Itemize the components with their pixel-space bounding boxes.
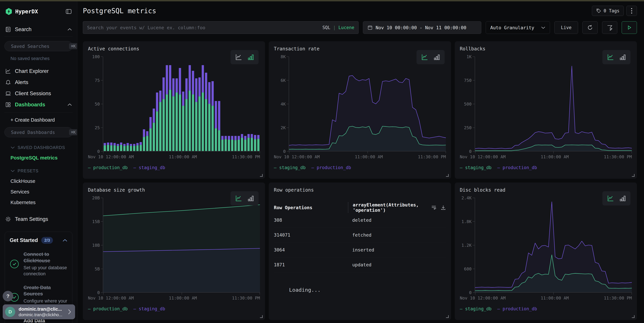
help-button[interactable]: ?	[3, 291, 13, 301]
create-dashboard-button[interactable]: + Create Dashboard	[10, 117, 73, 123]
search-section-icon	[5, 26, 11, 32]
legend-item[interactable]: — production_db	[311, 165, 351, 170]
panel-resize-handle[interactable]	[632, 315, 634, 318]
y-axis-label: 20B	[92, 196, 100, 200]
line-chart-toggle-icon[interactable]	[607, 54, 614, 61]
saved-dashboards-section-header[interactable]: SAVED DASHBOARDS	[10, 145, 73, 150]
saved-searches-field[interactable]	[11, 44, 69, 49]
sidebar-item-services[interactable]: Services	[10, 189, 73, 195]
table-column-header[interactable]: Row Operations	[274, 205, 348, 210]
table-row[interactable]: 1871updated	[274, 258, 446, 272]
panel-resize-handle[interactable]	[446, 174, 449, 177]
panel-resize-handle[interactable]	[260, 174, 263, 177]
chevron-up-icon[interactable]	[62, 239, 68, 242]
table-row[interactable]: 308deleted	[274, 213, 446, 228]
y-axis-label: 0	[97, 290, 100, 295]
event-search-input[interactable]	[87, 25, 322, 30]
chart-plot	[289, 57, 446, 151]
table-header: Row Operations arrayElement(Attributes, …	[274, 202, 446, 213]
loading-text: Loading...	[289, 287, 446, 293]
panel-disc-blocks-read: Disc blocks read 2.4K1.8K1.2K6000 Nov 10…	[455, 182, 637, 320]
legend-item[interactable]: — staging_db	[460, 165, 492, 170]
cell-value: 1871	[274, 262, 348, 267]
bar-chart-toggle-icon[interactable]	[248, 54, 254, 61]
saved-dashboards-field[interactable]	[11, 130, 69, 135]
y-axis-label: 2K	[280, 125, 286, 130]
collapse-sidebar-icon[interactable]	[65, 8, 72, 15]
sidebar-item-clickhouse[interactable]: ClickHouse	[10, 178, 73, 184]
divider	[4, 112, 73, 112]
sidebar-item-chart-explorer[interactable]: Chart Explorer	[4, 66, 73, 77]
chevron-down-icon	[10, 146, 15, 149]
sidebar-item-search[interactable]: Search	[4, 25, 73, 37]
panel-resize-handle[interactable]	[446, 315, 449, 318]
sidebar-item-dashboards[interactable]: Dashboards	[4, 99, 73, 110]
date-range-picker[interactable]: Nov 10 00:00:00 - Nov 11 00:00:00	[363, 21, 481, 34]
sidebar-item-team-settings[interactable]: Team Settings	[5, 216, 73, 222]
y-axis-label: 10B	[92, 243, 100, 248]
bar-chart-toggle-icon[interactable]	[619, 195, 626, 202]
y-axis: 2.4K1.8K1.2K6000	[460, 198, 475, 292]
sidebar-item-alerts[interactable]: Alerts	[4, 77, 73, 88]
saved-dashboards-input[interactable]: ⌘K	[4, 127, 73, 137]
granularity-select[interactable]: Auto Granularity	[486, 21, 550, 34]
sidebar-item-client-sessions[interactable]: Client Sessions	[4, 88, 73, 99]
y-axis: 20B15B10B5B0	[88, 198, 103, 292]
line-chart-toggle-icon[interactable]	[607, 195, 614, 202]
page-title: PostgreSQL metrics	[83, 7, 156, 15]
presets-section-header[interactable]: PRESETS	[10, 168, 73, 173]
hyperdx-logo-icon	[5, 8, 12, 15]
filter-edit-icon	[606, 24, 613, 30]
sidebar-item-label: Search	[15, 26, 67, 32]
chart-legend: — staging_db— production_db	[460, 165, 632, 170]
line-chart-toggle-icon[interactable]	[235, 195, 242, 202]
sidebar-item-label: Chart Explorer	[15, 68, 72, 74]
legend-item[interactable]: — production_db	[498, 165, 537, 170]
chart-explorer-icon	[5, 68, 11, 74]
sidebar-item-postgresql-metrics[interactable]: PostgreSQL metrics	[10, 155, 73, 161]
y-axis-label: 2.4K	[461, 196, 472, 200]
table-row[interactable]: 314071fetched	[274, 228, 446, 242]
saved-searches-input[interactable]: ⌘K	[4, 41, 73, 51]
line-chart-toggle-icon[interactable]	[421, 54, 428, 61]
window-top-strip	[0, 0, 644, 1]
avatar: D	[5, 307, 15, 317]
chart-type-toggle	[416, 50, 444, 64]
lucene-toggle[interactable]: Lucene	[338, 25, 354, 30]
legend-item[interactable]: — production_db	[88, 165, 128, 170]
filter-button[interactable]	[602, 21, 617, 34]
y-axis-label: 0	[97, 149, 100, 154]
user-account-button[interactable]: D dominic.tran@clic... dominic.tran@clic…	[3, 304, 75, 319]
panel-resize-handle[interactable]	[260, 315, 263, 318]
bar-chart-toggle-icon[interactable]	[434, 54, 440, 61]
refresh-button[interactable]	[582, 21, 598, 34]
bar-chart-toggle-icon[interactable]	[248, 195, 254, 202]
legend-item[interactable]: — staging_db	[460, 306, 492, 311]
sql-toggle[interactable]: SQL	[322, 25, 330, 30]
legend-item[interactable]: — staging_db	[274, 165, 306, 170]
sidebar-item-kubernetes[interactable]: Kubernetes	[10, 200, 73, 205]
table-row[interactable]: 3064inserted	[274, 242, 446, 258]
download-icon[interactable]	[440, 205, 446, 210]
run-query-button[interactable]	[622, 21, 637, 34]
panel-resize-handle[interactable]	[632, 174, 634, 177]
wrap-text-icon[interactable]	[431, 205, 436, 210]
legend-item[interactable]: — staging_db	[134, 306, 165, 311]
get-started-step-connect[interactable]: Connect to ClickHouse Set up your databa…	[10, 251, 68, 277]
more-options-button[interactable]	[626, 6, 637, 16]
legend-item[interactable]: — production_db	[498, 306, 537, 311]
tags-button[interactable]: 0 Tags	[592, 6, 624, 16]
legend-item[interactable]: — staging_db	[134, 165, 165, 170]
bar-chart-toggle-icon[interactable]	[619, 54, 626, 61]
event-search-bar[interactable]: SQL | Lucene	[83, 21, 358, 34]
date-range-value: Nov 10 00:00:00 - Nov 11 00:00:00	[376, 25, 466, 30]
cell-operation: inserted	[348, 247, 446, 252]
panel-row-operations: Row operations Row Operations arrayEleme…	[269, 182, 451, 320]
legend-item[interactable]: — production_db	[88, 306, 128, 311]
sidebar-item-label: Alerts	[15, 79, 72, 86]
table-column-header[interactable]: arrayElement(Attributes, 'operation')	[348, 202, 428, 213]
live-button[interactable]: Live	[554, 21, 578, 34]
line-chart-toggle-icon[interactable]	[235, 54, 242, 61]
y-axis: 8K6K4K2K0	[274, 57, 289, 151]
cell-operation: updated	[348, 262, 446, 267]
